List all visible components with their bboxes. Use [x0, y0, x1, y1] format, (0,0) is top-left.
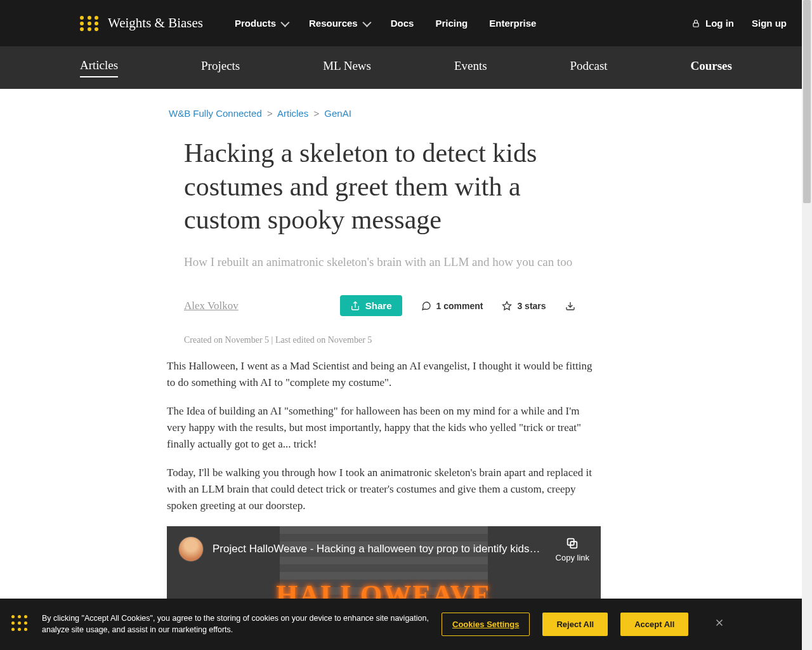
nav-products[interactable]: Products — [235, 18, 287, 29]
article-dates: Created on November 5 | Last edited on N… — [184, 335, 812, 345]
svg-marker-1 — [503, 302, 511, 310]
signup-link[interactable]: Sign up — [752, 18, 787, 29]
subnav-ml-news[interactable]: ML News — [323, 59, 371, 77]
share-button[interactable]: Share — [340, 295, 402, 316]
subnav-articles[interactable]: Articles — [80, 58, 118, 77]
paragraph: The Idea of building an AI "something" f… — [167, 403, 601, 453]
header-right: Log in Sign up — [691, 18, 787, 29]
breadcrumb-genai[interactable]: GenAI — [324, 108, 351, 119]
copy-link-button[interactable]: Copy link — [556, 536, 589, 562]
download-icon — [565, 301, 575, 311]
nav-resources[interactable]: Resources — [309, 18, 369, 29]
article-header: Hacking a skeleton to detect kids costum… — [184, 136, 603, 271]
subnav-events[interactable]: Events — [454, 59, 487, 77]
article-content: W&B Fully Connected > Articles > GenAI H… — [0, 89, 812, 615]
download-button[interactable] — [565, 301, 575, 311]
nav-docs[interactable]: Docs — [391, 18, 414, 29]
logo-icon — [80, 13, 100, 34]
cookie-close-button[interactable] — [714, 616, 725, 632]
comments-button[interactable]: 1 comment — [421, 301, 483, 311]
logo[interactable]: Weights & Biases — [80, 13, 203, 34]
sub-nav: Articles Projects ML News Events Podcast… — [0, 46, 812, 89]
chevron-down-icon — [280, 18, 289, 27]
stars-label: 3 stars — [517, 301, 546, 311]
share-icon — [350, 301, 360, 311]
star-icon — [502, 301, 512, 311]
header-left: Weights & Biases Products Resources Docs… — [80, 13, 536, 34]
paragraph: This Halloween, I went as a Mad Scientis… — [167, 358, 601, 392]
close-icon — [714, 617, 725, 628]
copy-link-label: Copy link — [556, 553, 589, 562]
cookie-text: By clicking "Accept All Cookies", you ag… — [42, 613, 429, 637]
article-title: Hacking a skeleton to detect kids costum… — [184, 136, 603, 237]
share-label: Share — [365, 300, 392, 311]
brand-name: Weights & Biases — [108, 15, 203, 31]
breadcrumb-sep: > — [267, 108, 273, 119]
author-link[interactable]: Alex Volkov — [184, 300, 239, 312]
breadcrumb-articles[interactable]: Articles — [277, 108, 308, 119]
cookie-reject-button[interactable]: Reject All — [542, 613, 608, 636]
top-nav: Products Resources Docs Pricing Enterpri… — [235, 18, 536, 29]
channel-avatar[interactable] — [178, 536, 204, 562]
article-meta: Alex Volkov Share 1 comment 3 stars — [184, 295, 812, 316]
cookie-settings-button[interactable]: Cookies Settings — [442, 613, 530, 636]
subnav-podcast[interactable]: Podcast — [570, 59, 607, 77]
comment-icon — [421, 301, 431, 311]
stars-button[interactable]: 3 stars — [502, 301, 546, 311]
subnav-projects[interactable]: Projects — [201, 59, 240, 77]
scrollbar-thumb[interactable] — [803, 0, 811, 203]
breadcrumb: W&B Fully Connected > Articles > GenAI — [169, 108, 812, 119]
subnav-courses[interactable]: Courses — [690, 59, 731, 77]
nav-enterprise[interactable]: Enterprise — [489, 18, 536, 29]
breadcrumb-root[interactable]: W&B Fully Connected — [169, 108, 262, 119]
top-header: Weights & Biases Products Resources Docs… — [0, 0, 812, 46]
login-link[interactable]: Log in — [691, 18, 734, 29]
chevron-down-icon — [362, 18, 371, 27]
cookie-accept-button[interactable]: Accept All — [620, 613, 688, 636]
login-label: Log in — [705, 18, 734, 29]
nav-products-label: Products — [235, 18, 276, 29]
paragraph: Today, I'll be walking you through how I… — [167, 465, 601, 515]
video-info: Project HalloWeave - Hacking a halloween… — [178, 536, 542, 562]
nav-resources-label: Resources — [309, 18, 358, 29]
copy-icon — [565, 536, 579, 550]
comments-label: 1 comment — [436, 301, 483, 311]
svg-rect-0 — [693, 23, 698, 27]
lock-icon — [691, 19, 700, 28]
article-body: This Halloween, I went as a Mad Scientis… — [167, 358, 601, 515]
scrollbar[interactable] — [802, 0, 812, 650]
nav-pricing[interactable]: Pricing — [435, 18, 468, 29]
breadcrumb-sep: > — [313, 108, 319, 119]
video-header: Project HalloWeave - Hacking a halloween… — [167, 526, 601, 573]
article-subtitle: How I rebuilt an animatronic skeleton's … — [184, 253, 603, 272]
cookie-logo-icon — [11, 615, 29, 633]
cookie-banner: By clicking "Accept All Cookies", you ag… — [0, 599, 812, 651]
video-title[interactable]: Project HalloWeave - Hacking a halloween… — [213, 543, 542, 555]
